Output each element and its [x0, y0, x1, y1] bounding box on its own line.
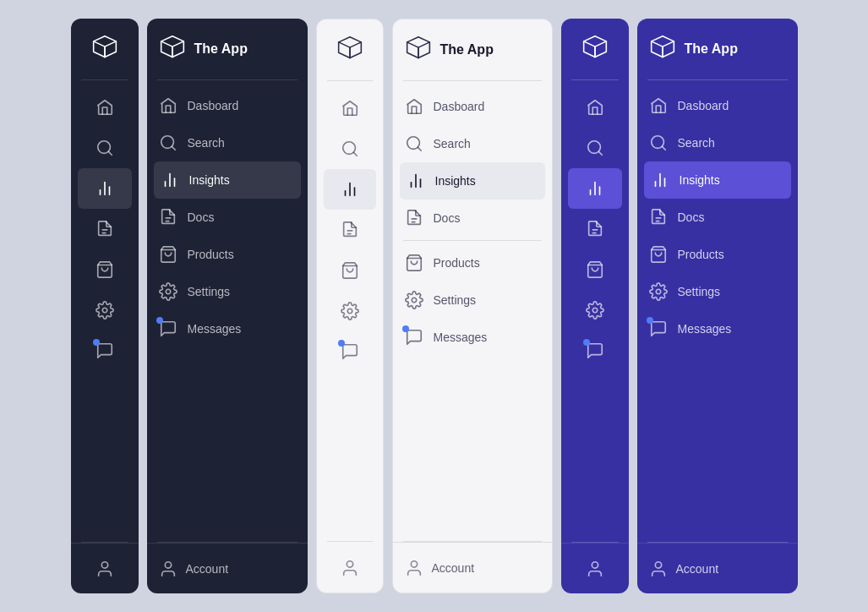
bar-chart-icon	[341, 180, 359, 199]
messages-icon	[649, 320, 668, 338]
nav-item-products[interactable]: Products	[637, 236, 798, 273]
sidebar-wide-light: The AppDasboardSearchInsightsDocsProduct…	[392, 19, 553, 593]
messages-icon	[159, 320, 177, 338]
nav-label-insights: Insights	[435, 174, 476, 188]
sidebars-container: The AppDasboardSearchInsightsDocsProduct…	[71, 19, 798, 593]
nav-label-messages: Messages	[188, 322, 242, 336]
nav-item-search[interactable]: Search	[393, 125, 552, 162]
nav-item-dashboard[interactable]	[317, 88, 383, 128]
cart-icon	[159, 245, 177, 264]
cart-icon	[649, 245, 668, 264]
nav-item-insights[interactable]: Insights	[154, 161, 301, 199]
settings-icon	[341, 302, 359, 320]
nav-item-settings[interactable]: Settings	[147, 273, 308, 310]
cart-icon	[341, 261, 359, 280]
nav-item-messages[interactable]	[561, 331, 629, 371]
sidebar-footer[interactable]: Account	[393, 542, 552, 593]
home-icon	[405, 97, 423, 116]
nav-label-messages: Messages	[434, 331, 488, 344]
sidebar-footer[interactable]	[317, 542, 383, 593]
nav-item-insights[interactable]	[78, 168, 132, 209]
nav-label-insights: Insights	[680, 173, 720, 187]
notification-dot	[583, 339, 590, 346]
nav-item-products[interactable]	[561, 249, 629, 290]
cart-icon	[96, 260, 114, 279]
bar-chart-icon	[651, 171, 669, 189]
account-label: Account	[676, 562, 719, 576]
nav-item-docs[interactable]	[71, 209, 139, 249]
logo-icon	[336, 35, 363, 65]
nav-item-settings[interactable]: Settings	[637, 273, 798, 310]
messages-icon	[96, 342, 114, 360]
nav-item-settings[interactable]	[317, 291, 383, 331]
nav-label-docs: Docs	[678, 210, 705, 224]
app-title: The App	[685, 41, 738, 57]
sidebar-footer[interactable]	[71, 543, 139, 593]
app-title: The App	[440, 42, 494, 57]
sidebar-footer[interactable]: Account	[637, 543, 798, 593]
nav-item-dashboard[interactable]	[71, 87, 139, 128]
notification-dot	[93, 339, 100, 346]
nav-item-products[interactable]: Products	[147, 236, 308, 273]
home-icon	[159, 96, 177, 115]
search-icon	[341, 139, 359, 158]
sidebar-footer[interactable]: Account	[147, 543, 308, 593]
nav-label-messages: Messages	[678, 322, 732, 336]
nav-item-docs[interactable]: Docs	[393, 199, 552, 237]
nav-item-docs[interactable]: Docs	[147, 199, 308, 236]
nav-item-insights[interactable]	[324, 169, 376, 210]
nav-item-messages[interactable]	[317, 331, 383, 372]
cart-icon	[405, 254, 423, 272]
nav-item-dashboard[interactable]: Dasboard	[393, 88, 552, 125]
docs-icon	[159, 208, 177, 227]
nav-item-docs[interactable]	[317, 210, 383, 250]
settings-icon	[159, 282, 177, 301]
nav-item-search[interactable]: Search	[147, 124, 308, 161]
sidebar-narrow-light	[316, 19, 384, 593]
home-icon	[96, 98, 114, 117]
nav-section: DasboardSearchInsightsDocsProductsSettin…	[147, 80, 308, 542]
nav-item-docs[interactable]: Docs	[637, 199, 798, 236]
docs-icon	[341, 221, 359, 239]
nav-item-products[interactable]	[71, 249, 139, 290]
nav-item-dashboard[interactable]: Dasboard	[147, 87, 308, 124]
nav-item-search[interactable]: Search	[637, 124, 798, 161]
cart-icon	[586, 260, 604, 279]
nav-item-products[interactable]	[317, 250, 383, 291]
nav-section	[317, 81, 383, 541]
nav-label-settings: Settings	[434, 293, 477, 307]
nav-item-messages[interactable]: Messages	[147, 310, 308, 347]
nav-item-messages[interactable]	[71, 331, 139, 371]
nav-label-dashboard: Dasboard	[434, 100, 485, 113]
sidebar-header: The App	[393, 19, 552, 80]
account-icon	[649, 560, 668, 578]
nav-label-products: Products	[434, 256, 480, 270]
sidebar-footer[interactable]	[561, 543, 629, 593]
nav-item-insights[interactable]	[568, 168, 622, 209]
nav-item-products[interactable]: Products	[393, 244, 552, 281]
nav-item-messages[interactable]: Messages	[637, 310, 798, 347]
nav-item-dashboard[interactable]	[561, 87, 629, 128]
logo-icon	[581, 34, 609, 64]
nav-label-products: Products	[188, 248, 234, 261]
nav-item-search[interactable]	[71, 128, 139, 168]
bar-chart-icon	[161, 171, 179, 189]
settings-icon	[96, 301, 114, 320]
sidebar-header: The App	[147, 19, 308, 79]
nav-item-dashboard[interactable]: Dasboard	[637, 87, 798, 124]
nav-item-search[interactable]	[561, 128, 629, 168]
sidebar-narrow-purple	[561, 19, 629, 593]
nav-item-insights[interactable]: Insights	[400, 162, 545, 199]
nav-section: DasboardSearchInsightsDocsProductsSettin…	[637, 80, 798, 542]
nav-item-messages[interactable]: Messages	[393, 319, 552, 356]
account-icon	[96, 560, 114, 578]
nav-item-settings[interactable]: Settings	[393, 281, 552, 319]
nav-label-docs: Docs	[434, 211, 461, 225]
nav-item-insights[interactable]: Insights	[644, 161, 791, 199]
nav-item-docs[interactable]	[561, 209, 629, 249]
nav-item-search[interactable]	[317, 128, 383, 169]
home-icon	[586, 98, 604, 117]
account-label: Account	[186, 562, 229, 576]
nav-item-settings[interactable]	[561, 290, 629, 331]
nav-item-settings[interactable]	[71, 290, 139, 331]
